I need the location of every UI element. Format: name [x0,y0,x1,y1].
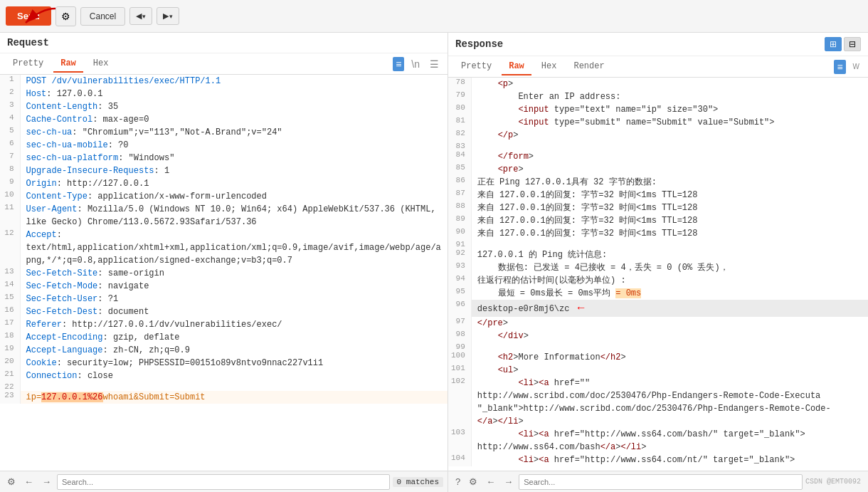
line-content: Referer: http://127.0.0.1/dv/vulnerabili… [20,318,448,331]
line-content: Content-Type: application/x-www-form-url… [20,190,448,203]
response-tab-render[interactable]: Render [566,58,611,75]
response-view-list-icon[interactable]: ≡ [834,60,845,74]
line-number: 79 [448,90,471,103]
line-content: Sec-Fetch-User: ?1 [20,293,448,305]
line-content: Sec-Fetch-Mode: navigate [20,280,448,293]
nav-forward-icon[interactable]: → [39,475,54,488]
line-number: 81 [448,116,471,129]
line-content: Sec-Fetch-Site: same-origin [20,267,448,280]
line-number: 103 [448,428,471,454]
line-number: 20 [0,357,20,370]
line-number: 21 [0,370,20,382]
single-view-button[interactable]: ⊟ [844,37,861,51]
line-content: desktop-e0r8mj6\zc ← [471,300,868,317]
line-content [471,142,868,150]
line-content: Connection: close [20,370,448,382]
settings-bottom-icon[interactable]: ⚙ [4,475,18,488]
line-number: 84 [448,150,471,163]
nav-back-icon[interactable]: ← [21,475,36,488]
split-view-button[interactable]: ⊞ [825,37,842,51]
line-number: 96 [448,300,471,317]
line-number: 16 [0,305,20,318]
line-content: <h2>More Information</h2> [471,351,868,364]
line-number: 86 [448,176,471,189]
line-number: 7 [0,152,20,164]
line-content: </pre> [471,317,868,330]
line-content [471,342,868,351]
request-wrap-icon[interactable]: \n [408,57,423,71]
response-w-icon[interactable]: W [850,60,862,74]
request-bottom-bar: ⚙ ← → 0 matches [0,471,448,492]
request-title: Request [0,33,448,53]
response-tab-bar: Pretty Raw Hex Render ≡ W [448,56,868,78]
line-content: Cookie: security=low; PHPSESSID=00151o89… [20,357,448,370]
response-title: Response [455,38,503,50]
nav-right-button[interactable]: ▶▾ [157,7,179,25]
line-content: <input type="submit" name="Submit" value… [471,116,868,129]
response-code-area[interactable]: 78 <p>79 Enter an IP address:80 <input t… [448,78,868,471]
request-tab-hex[interactable]: Hex [86,56,116,73]
line-number: 99 [448,342,471,351]
line-content: ip=127.0.0.1%26whoami&Submit=Submit [20,391,448,404]
request-menu-icon[interactable]: ☰ [427,57,442,71]
line-number: 19 [0,344,20,357]
nav-back-right-icon[interactable]: ← [483,475,498,488]
line-number: 88 [448,201,471,214]
line-number: 94 [448,274,471,287]
line-number: 1 [0,75,20,88]
line-content: Upgrade-Insecure-Requests: 1 [20,164,448,177]
line-number: 4 [0,113,20,126]
response-tab-hex[interactable]: Hex [534,58,564,75]
line-number: 100 [448,351,471,364]
line-content: 数据包: 已发送 = 4已接收 = 4，丢失 = 0 (0% 丢失)， [471,261,868,274]
line-content: 来自 127.0.0.1的回复: 字节=32 时间<1ms TTL=128 [471,189,868,201]
line-content: </form> [471,150,868,163]
line-number: 11 [0,203,20,229]
nav-forward-right-icon[interactable]: → [501,475,516,488]
cancel-button[interactable]: Cancel [80,7,125,26]
line-number: 9 [0,177,20,190]
line-content: POST /dv/vulnerabilities/exec/HTTP/1.1 [20,75,448,88]
settings-bottom-right-icon[interactable]: ⚙ [466,475,480,488]
request-tab-pretty[interactable]: Pretty [6,56,51,73]
line-content: <li><a href="" http://www.scribd.com/doc… [471,377,868,428]
line-content: </p> [471,129,868,142]
line-content: Content-Length: 35 [20,100,448,113]
line-content: <p> [471,78,868,90]
line-content: Accept-Encoding: gzip, deflate [20,331,448,344]
line-number: 83 [448,142,471,150]
response-panel: Response ⊞ ⊟ Pretty Raw Hex Render ≡ W 7… [448,33,868,471]
nav-left-button[interactable]: ◀▾ [129,7,152,25]
request-search-input[interactable] [57,474,390,490]
line-content: 来自 127.0.0.1的回复: 字节=32 时间<1ms TTL=128 [471,214,868,227]
response-search-input[interactable] [519,474,803,490]
line-content: Enter an IP address: [471,90,868,103]
line-number: 87 [448,189,471,201]
line-number: 3 [0,100,20,113]
line-number: 82 [448,129,471,142]
help-icon[interactable]: ? [452,475,463,488]
line-number: 10 [0,190,20,203]
response-tab-pretty[interactable]: Pretty [454,58,499,75]
line-number: 85 [448,163,471,176]
line-content: Accept: text/html,application/xhtml+xml,… [20,229,448,267]
request-code-area[interactable]: 1POST /dv/vulnerabilities/exec/HTTP/1.12… [0,75,448,471]
toolbar: Send ⚙ Cancel ◀▾ ▶▾ [0,0,868,33]
line-content [471,240,868,248]
line-number: 98 [448,330,471,342]
line-content: User-Agent: Mozilla/5.0 (Windows NT 10.0… [20,203,448,229]
line-content: 127.0.0.1 的 Ping 统计信息: [471,248,868,261]
line-content: 来自 127.0.0.1的回复: 字节=32 时间<1ms TTL=128 [471,201,868,214]
request-tab-bar: Pretty Raw Hex ≡ \n ☰ [0,53,448,75]
line-number: 93 [448,261,471,274]
line-content: <ul> [471,364,868,377]
settings-button[interactable]: ⚙ [55,6,76,26]
send-button[interactable]: Send [6,6,51,26]
line-number: 80 [448,103,471,116]
request-view-list-icon[interactable]: ≡ [393,57,404,71]
line-number: 2 [0,88,20,100]
line-content: Host: 127.0.0.1 [20,88,448,100]
request-tab-raw[interactable]: Raw [53,56,83,73]
line-number: 5 [0,126,20,139]
response-tab-raw[interactable]: Raw [502,58,531,75]
